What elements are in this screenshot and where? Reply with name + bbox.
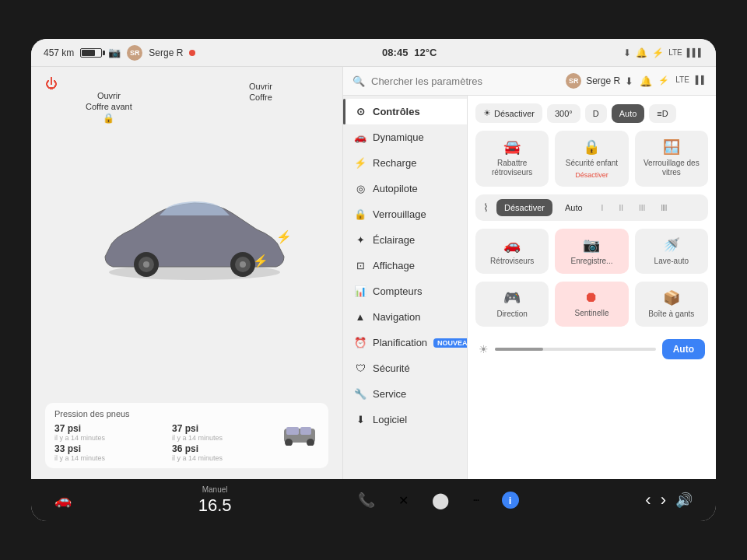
download-icon[interactable]: ⬇ xyxy=(623,47,631,58)
bell-icon-2[interactable]: 🔔 xyxy=(640,75,652,87)
svg-point-3 xyxy=(143,261,149,268)
fold-mirrors-btn[interactable]: 🚘 Rabattre rétroviseurs xyxy=(475,131,549,187)
nav-item-autopilote[interactable]: ◎ Autopilote xyxy=(343,176,467,201)
steering-btn[interactable]: 🎮 Direction xyxy=(475,282,549,327)
top-bar-center: 08:45 12°C xyxy=(382,47,437,58)
wiper-speed-4[interactable]: IIII xyxy=(654,201,672,215)
action-grid-2: 🚗 Rétroviseurs 📷 Enregistre... 🚿 Lave-au… xyxy=(475,229,708,274)
car-taskbar-icon: 🚗 xyxy=(54,492,72,509)
wiper-speed-3[interactable]: III xyxy=(633,201,651,215)
search-input[interactable] xyxy=(371,75,559,87)
nav-label-eclairage: Éclairage xyxy=(373,234,415,246)
securite-icon: 🛡 xyxy=(354,362,366,374)
nav-item-compteurs[interactable]: 📊 Compteurs xyxy=(343,278,467,304)
nav-label-verrouillage: Verrouillage xyxy=(373,208,426,220)
arrow-left-icon[interactable]: ‹ xyxy=(645,490,651,510)
climate-auto-btn[interactable]: Auto xyxy=(612,104,645,123)
logiciel-icon: ⬇ xyxy=(354,414,366,425)
user-icons: ⬇ 🔔 ⚡ LTE ▌▌ xyxy=(625,75,707,87)
window-icon: 🪟 xyxy=(663,138,680,156)
bluetooth-icon-2: ⚡ xyxy=(658,75,669,87)
child-icon: 🔒 xyxy=(583,138,600,156)
battery-icon xyxy=(80,48,102,58)
climate-row: ☀ Désactiver 300° D Auto ≡ xyxy=(475,103,708,123)
nav-item-service[interactable]: 🔧 Service xyxy=(343,381,467,407)
camera-icon[interactable]: 📷 xyxy=(108,47,121,58)
nav-item-logiciel[interactable]: ⬇ Logiciel xyxy=(343,407,467,432)
taskbar-car[interactable]: 🚗 xyxy=(54,492,72,509)
user-avatar: SR xyxy=(566,73,581,89)
mirrors-icon: 🚘 xyxy=(503,138,521,156)
recording-dot xyxy=(189,50,195,56)
carwash-btn[interactable]: 🚿 Lave-auto xyxy=(635,229,708,274)
wiper-icon: ⌇ xyxy=(483,201,489,214)
mirrors-fold-btn[interactable]: 🚗 Rétroviseurs xyxy=(475,229,549,274)
volume-icon[interactable]: 🔊 xyxy=(675,492,693,509)
search-bar: 🔍 SR Serge R ⬇ 🔔 ⚡ LTE ▌▌ xyxy=(343,67,716,96)
climate-d-btn[interactable]: D xyxy=(585,104,607,123)
child-safety-btn[interactable]: 🔒 Sécurité enfant Désactiver xyxy=(555,131,628,187)
taskbar: 🚗 Manuel 16.5 📞 ✕ ⬤ ··· i ‹ › 🔊 xyxy=(31,479,716,521)
wiper-auto-btn[interactable]: Auto xyxy=(557,199,591,216)
affichage-icon: ⊡ xyxy=(354,260,366,271)
recharge-icon: ⚡ xyxy=(354,157,366,169)
nav-label-dynamique: Dynamique xyxy=(373,131,424,143)
dashcam-btn[interactable]: 📷 Enregistre... xyxy=(555,229,628,274)
right-panel: 🔍 SR Serge R ⬇ 🔔 ⚡ LTE ▌▌ xyxy=(342,67,716,479)
lock-icon: 🔒 xyxy=(103,113,114,124)
wiper-speed-2[interactable]: II xyxy=(612,201,630,215)
controls-panel: ☀ Désactiver 300° D Auto ≡ xyxy=(468,96,716,479)
climate-grid-btn[interactable]: ≡D xyxy=(649,104,675,123)
circle-icon[interactable]: ⬤ xyxy=(432,491,449,509)
lte-icon-2: LTE xyxy=(675,75,689,87)
brightness-auto-btn[interactable]: Auto xyxy=(662,339,705,359)
climate-deactivate-btn[interactable]: ☀ Désactiver xyxy=(475,103,542,123)
svg-rect-9 xyxy=(300,427,311,435)
download-icon-2[interactable]: ⬇ xyxy=(625,75,633,87)
climate-300-btn[interactable]: 300° xyxy=(547,104,580,123)
sentry-btn[interactable]: ⏺ Sentinelle xyxy=(555,282,628,327)
tire-fr: 37 psi il y a 14 minutes xyxy=(172,423,274,442)
nav-item-dynamique[interactable]: 🚗 Dynamique xyxy=(343,124,467,150)
car-svg: ⚡ xyxy=(86,183,303,284)
arrow-right-icon[interactable]: › xyxy=(661,490,666,510)
phone-icon[interactable]: 📞 xyxy=(358,492,375,509)
user-name: Serge R xyxy=(586,75,620,86)
nav-item-controles[interactable]: ⊙ Contrôles xyxy=(343,99,467,124)
signal-icon-2: ▌▌ xyxy=(696,75,707,87)
nav-item-navigation[interactable]: ▲ Navigation xyxy=(343,304,467,330)
time-display: 08:45 xyxy=(382,47,408,58)
bell-icon[interactable]: 🔔 xyxy=(636,47,647,58)
nav-item-eclairage[interactable]: ✦ Éclairage xyxy=(343,227,467,253)
frunk-label[interactable]: Ouvrir Coffre avant 🔒 xyxy=(86,90,132,124)
glovebox-btn[interactable]: 📦 Boîte à gants xyxy=(635,282,708,327)
nav-item-affichage[interactable]: ⊡ Affichage xyxy=(343,253,467,278)
camera-record-icon: 📷 xyxy=(583,236,600,254)
brightness-slider[interactable] xyxy=(495,348,656,351)
close-icon[interactable]: ✕ xyxy=(398,493,409,508)
right-content: ⊙ Contrôles 🚗 Dynamique ⚡ Recharge ◎ Aut… xyxy=(343,96,716,479)
lte-icon: LTE xyxy=(668,48,682,57)
window-lock-btn[interactable]: 🪟 Verrouillage des vitres xyxy=(635,131,708,187)
left-panel: ⏻ Ouvrir Coffre avant 🔒 Ouvrir Coffre xyxy=(31,67,342,479)
brightness-icon: ☀ xyxy=(479,343,489,355)
speed-value: 16.5 xyxy=(198,495,232,516)
action-grid-3: 🎮 Direction ⏺ Sentinelle 📦 Boîte à gants xyxy=(475,282,708,327)
wiper-deactivate-btn[interactable]: Désactiver xyxy=(496,199,552,216)
taskbar-right: ‹ › 🔊 xyxy=(645,490,693,510)
sentry-icon: ⏺ xyxy=(584,289,598,306)
nav-item-planification[interactable]: ⏰ Planification NOUVEAU xyxy=(343,330,467,355)
action-grid-1: 🚘 Rabattre rétroviseurs 🔒 Sécurité enfan… xyxy=(475,131,708,187)
autopilote-icon: ◎ xyxy=(354,183,366,194)
wiper-speed-1[interactable]: I xyxy=(595,201,610,215)
car-view: Ouvrir Coffre avant 🔒 Ouvrir Coffre xyxy=(39,75,335,400)
trunk-label[interactable]: Ouvrir Coffre xyxy=(249,81,272,103)
dots-icon[interactable]: ··· xyxy=(472,493,478,507)
info-icon[interactable]: i xyxy=(502,492,519,509)
brightness-fill xyxy=(495,348,543,351)
nav-item-securite[interactable]: 🛡 Sécurité xyxy=(343,355,467,381)
nav-item-recharge[interactable]: ⚡ Recharge xyxy=(343,150,467,176)
controles-icon: ⊙ xyxy=(354,106,366,117)
main-content: ⏻ Ouvrir Coffre avant 🔒 Ouvrir Coffre xyxy=(31,67,716,479)
nav-item-verrouillage[interactable]: 🔒 Verrouillage xyxy=(343,201,467,227)
